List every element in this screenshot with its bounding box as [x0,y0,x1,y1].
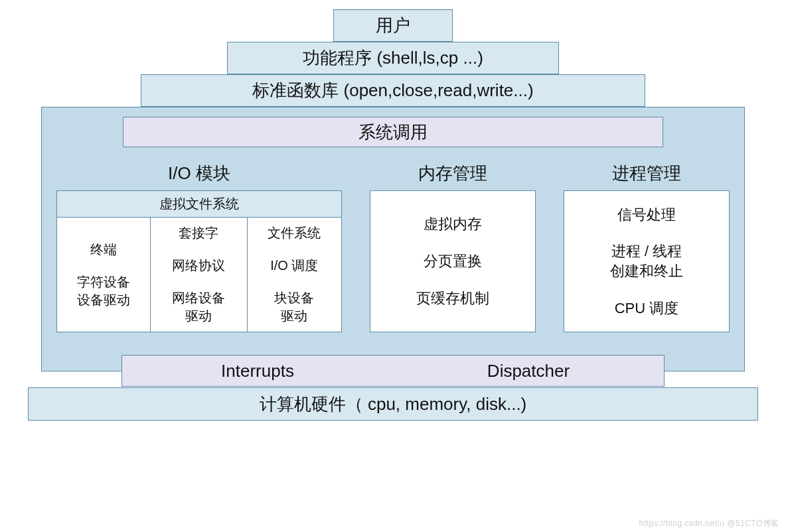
io-filesystem: 文件系统 [268,224,321,242]
col-proc: 进程管理 信号处理 进程 / 线程 创建和终止 CPU 调度 [564,155,730,332]
io-title: I/O 模块 [56,155,342,190]
io-iosched: I/O 调度 [270,257,318,275]
mem-cache: 页缓存机制 [416,289,489,308]
proc-title: 进程管理 [564,155,730,190]
proc-thread: 进程 / 线程 创建和终止 [610,241,683,281]
col-mem: 内存管理 虚拟内存 分页置换 页缓存机制 [370,155,536,332]
proc-sched: CPU 调度 [615,299,679,318]
proc-signal: 信号处理 [617,205,676,225]
io-cell-fs: 文件系统 I/O 调度 块设备 驱动 [248,218,341,332]
watermark: https://blog.csdn.net/u @51CTO博客 [639,518,779,529]
hardware-layer: 计算机硬件（ cpu, memory, disk...) [28,387,758,421]
kernel-container: 系统调用 I/O 模块 虚拟文件系统 终端 字符设备 设备驱动 套接字 网络协议… [41,107,745,371]
mem-panel: 虚拟内存 分页置换 页缓存机制 [370,190,536,332]
proc-panel: 信号处理 进程 / 线程 创建和终止 CPU 调度 [564,190,730,332]
io-cell-network: 套接字 网络协议 网络设备 驱动 [151,218,248,332]
io-terminal: 终端 [90,241,117,259]
io-box: 虚拟文件系统 终端 字符设备 设备驱动 套接字 网络协议 网络设备 驱动 文件系… [56,190,342,332]
interrupt-dispatcher-bar: Interrupts Dispatcher [121,355,665,387]
layer-shell: 功能程序 (shell,ls,cp ...) [227,42,559,74]
layer-stdlib: 标准函数库 (open,close,read,write...) [141,74,645,107]
dispatcher-label: Dispatcher [393,356,664,386]
interrupts-label: Interrupts [122,356,393,386]
mem-paging: 分页置换 [424,251,482,271]
io-cell-terminal: 终端 字符设备 设备驱动 [57,218,151,332]
io-socket: 套接字 [179,224,218,242]
io-char-driver: 字符设备 设备驱动 [77,273,130,309]
io-net-driver: 网络设备 驱动 [172,289,225,325]
io-net-proto: 网络协议 [172,257,225,275]
io-row: 终端 字符设备 设备驱动 套接字 网络协议 网络设备 驱动 文件系统 I/O 调… [57,218,341,332]
mem-vmem: 虚拟内存 [424,214,482,234]
io-vfs: 虚拟文件系统 [57,191,341,218]
col-io: I/O 模块 虚拟文件系统 终端 字符设备 设备驱动 套接字 网络协议 网络设备… [56,155,342,332]
syscall-bar: 系统调用 [123,117,663,147]
layer-user: 用户 [333,9,453,42]
kernel-columns: I/O 模块 虚拟文件系统 终端 字符设备 设备驱动 套接字 网络协议 网络设备… [56,155,730,332]
mem-title: 内存管理 [370,155,536,190]
io-block-driver: 块设备 驱动 [274,289,314,325]
